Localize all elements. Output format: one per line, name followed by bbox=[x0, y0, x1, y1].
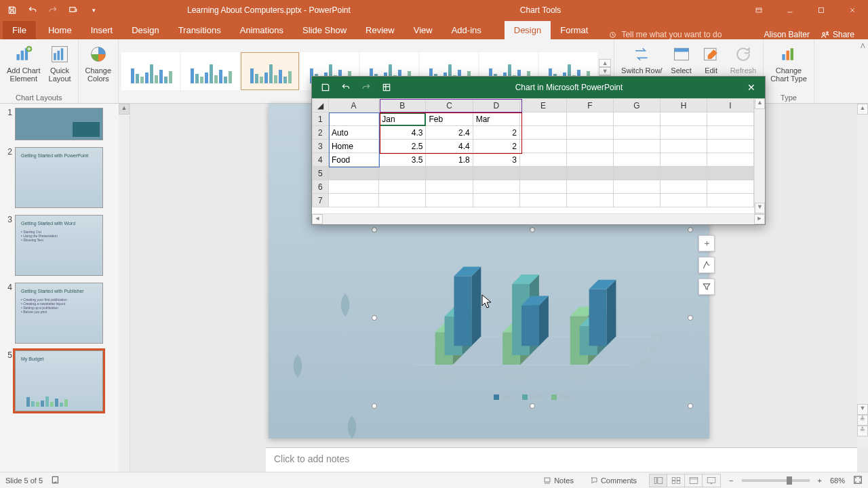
comments-toggle[interactable]: Comments bbox=[586, 475, 641, 486]
fit-to-window-icon[interactable] bbox=[853, 475, 863, 486]
start-from-beginning-icon[interactable] bbox=[66, 3, 80, 17]
resize-handle[interactable] bbox=[688, 315, 693, 321]
svg-point-5 bbox=[827, 32, 828, 33]
editor-vertical-scrollbar[interactable]: ▲ ▼ ≜ ≛ bbox=[857, 104, 868, 447]
svg-rect-106 bbox=[657, 477, 662, 483]
datasheet-grid[interactable]: ◢ABCDEFGHI1JanFebMar2Auto4.32.423Home2.5… bbox=[312, 98, 754, 214]
save-icon[interactable] bbox=[5, 3, 19, 17]
slideshow-view-icon[interactable] bbox=[703, 474, 720, 487]
add-chart-element-button[interactable]: Add Chart Element bbox=[4, 42, 43, 84]
svg-rect-28 bbox=[210, 64, 213, 83]
collapse-ribbon-icon[interactable]: ᐱ bbox=[861, 42, 865, 49]
share-button[interactable]: Share bbox=[821, 30, 854, 39]
next-slide-icon: ≛ bbox=[857, 426, 868, 436]
svg-rect-100 bbox=[521, 306, 539, 346]
svg-rect-23 bbox=[169, 71, 172, 83]
ribbon-tabs: File Home Insert Design Transitions Anim… bbox=[0, 20, 868, 39]
notes-placeholder: Click to add notes bbox=[274, 453, 349, 464]
change-chart-type-button[interactable]: Change Chart Type bbox=[768, 42, 810, 84]
tab-file[interactable]: File bbox=[3, 21, 36, 39]
user-name[interactable]: Alison Balter bbox=[764, 30, 810, 39]
svg-rect-25 bbox=[195, 74, 199, 83]
slide-thumb-5[interactable]: 5 My Budget bbox=[3, 350, 127, 411]
chart-style-1[interactable] bbox=[121, 52, 180, 90]
tab-home[interactable]: Home bbox=[39, 21, 81, 39]
chart-style-3[interactable] bbox=[241, 52, 299, 90]
view-switcher bbox=[649, 474, 721, 487]
zoom-out-icon[interactable]: − bbox=[729, 476, 733, 485]
change-colors-button[interactable]: Change Colors bbox=[83, 42, 115, 84]
svg-rect-105 bbox=[654, 477, 657, 483]
ds-save-icon[interactable] bbox=[319, 81, 332, 94]
undo-icon[interactable] bbox=[26, 3, 39, 17]
datasheet-hscroll[interactable]: ◄► bbox=[312, 214, 765, 224]
tell-me-label: Tell me what you want to do bbox=[621, 30, 722, 39]
chart-styles-button[interactable] bbox=[698, 257, 715, 273]
redo-icon[interactable] bbox=[46, 3, 60, 17]
resize-handle[interactable] bbox=[372, 227, 377, 232]
reading-view-icon[interactable] bbox=[685, 474, 703, 487]
tab-design[interactable]: Design bbox=[122, 21, 168, 39]
tab-view[interactable]: View bbox=[404, 21, 442, 39]
chart-data-editor: Chart in Microsoft PowerPoint ✕ ◢ABCDEFG… bbox=[311, 76, 766, 225]
tab-transitions[interactable]: Transitions bbox=[169, 21, 231, 39]
svg-rect-7 bbox=[20, 51, 23, 60]
ds-undo-icon[interactable] bbox=[339, 81, 353, 94]
x-cat-auto: Auto bbox=[441, 374, 455, 382]
resize-handle[interactable] bbox=[372, 315, 377, 321]
tab-slide-show[interactable]: Slide Show bbox=[293, 21, 356, 39]
zoom-level[interactable]: 68% bbox=[830, 476, 845, 485]
svg-rect-92 bbox=[791, 48, 793, 60]
thumbnails-scrollbar[interactable]: ▲ bbox=[119, 104, 130, 472]
ribbon-display-options-icon[interactable] bbox=[743, 0, 774, 20]
resize-handle[interactable] bbox=[372, 403, 377, 409]
zoom-slider[interactable] bbox=[742, 479, 810, 482]
svg-rect-18 bbox=[145, 73, 149, 83]
slide-sorter-view-icon[interactable] bbox=[667, 474, 685, 487]
spell-check-icon[interactable] bbox=[51, 475, 60, 486]
svg-point-4 bbox=[823, 33, 825, 35]
slide-thumb-3[interactable]: 3 Getting Started with Word• Starting Ou… bbox=[3, 215, 127, 276]
gallery-scroll-up[interactable]: ▲ bbox=[599, 59, 611, 67]
tab-animations[interactable]: Animations bbox=[231, 21, 293, 39]
chart-style-2[interactable] bbox=[181, 52, 239, 90]
chart-filters-button[interactable] bbox=[698, 279, 715, 295]
ds-edit-in-excel-icon[interactable] bbox=[380, 81, 393, 94]
slide-thumb-4[interactable]: 4 Getting Started with Publisher• Creati… bbox=[3, 283, 127, 344]
svg-rect-38 bbox=[274, 75, 277, 83]
chart-object[interactable]: Auto Home Food Jan Feb Mar Jan Feb Mar bbox=[374, 229, 691, 407]
legend-jan: Jan bbox=[502, 393, 513, 401]
notes-toggle[interactable]: Notes bbox=[539, 475, 578, 486]
resize-handle[interactable] bbox=[530, 403, 535, 409]
slide-thumb-2[interactable]: 2 Getting Started with PowerPoint bbox=[3, 147, 127, 208]
slide-thumb-1[interactable]: 1 bbox=[3, 108, 127, 140]
resize-handle[interactable] bbox=[530, 227, 535, 232]
datasheet-vscroll[interactable]: ▲▼ bbox=[754, 98, 765, 214]
resize-handle[interactable] bbox=[688, 227, 693, 232]
zoom-in-icon[interactable]: + bbox=[818, 476, 822, 485]
tab-addins[interactable]: Add-ins bbox=[442, 21, 491, 39]
tab-chart-format[interactable]: Format bbox=[551, 21, 597, 39]
gallery-scroll-down[interactable]: ▼ bbox=[599, 67, 611, 75]
svg-rect-15 bbox=[131, 68, 134, 83]
svg-rect-30 bbox=[219, 70, 222, 83]
slide-thumbnails-panel: 1 2 Getting Started with PowerPoint 3 Ge… bbox=[0, 104, 130, 472]
chart-elements-button[interactable]: ＋ bbox=[698, 235, 715, 251]
svg-rect-26 bbox=[200, 77, 203, 83]
customize-qat-icon[interactable]: ▾ bbox=[87, 3, 100, 17]
quick-layout-button[interactable]: Quick Layout bbox=[46, 42, 74, 84]
minimize-icon[interactable] bbox=[774, 0, 806, 20]
resize-handle[interactable] bbox=[688, 403, 693, 409]
svg-rect-34 bbox=[255, 74, 258, 83]
close-icon[interactable] bbox=[837, 0, 868, 20]
tab-review[interactable]: Review bbox=[356, 21, 404, 39]
tab-insert[interactable]: Insert bbox=[81, 21, 123, 39]
tell-me-search[interactable]: Tell me what you want to do bbox=[608, 30, 722, 39]
notes-pane[interactable]: Click to add notes bbox=[266, 447, 857, 472]
switch-row-column-icon bbox=[631, 43, 652, 65]
maximize-icon[interactable] bbox=[806, 0, 837, 20]
normal-view-icon[interactable] bbox=[650, 474, 667, 487]
tab-chart-design[interactable]: Design bbox=[505, 21, 551, 39]
ds-redo-icon[interactable] bbox=[359, 81, 373, 94]
datasheet-close-icon[interactable]: ✕ bbox=[738, 82, 765, 93]
